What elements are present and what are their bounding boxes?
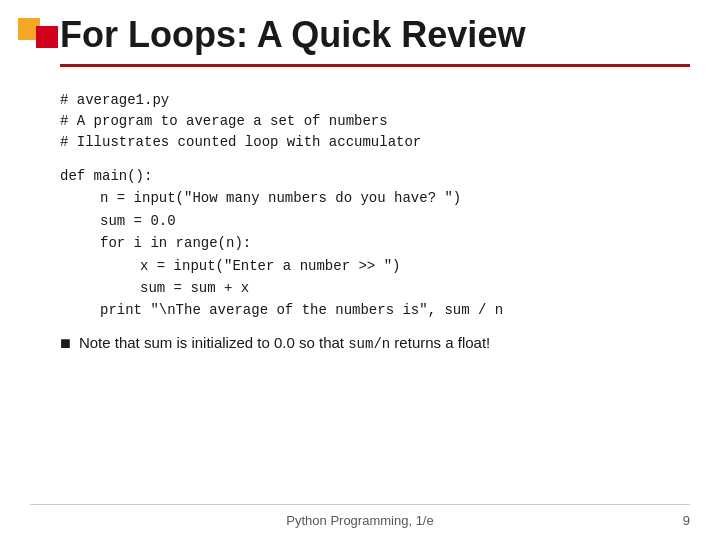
slide-decoration	[18, 18, 58, 48]
comment-line-2: # A program to average a set of numbers	[60, 111, 690, 132]
page-number: 9	[683, 513, 690, 528]
comment-line-3: # Illustrates counted loop with accumula…	[60, 132, 690, 153]
red-square	[36, 26, 58, 48]
comment-line-1: # average1.py	[60, 90, 690, 111]
code-line-sum-init: sum = 0.0	[60, 210, 690, 232]
code-comments: # average1.py # A program to average a s…	[60, 90, 690, 153]
note-inline-code: sum/n	[348, 336, 390, 352]
slide-title: For Loops: A Quick Review	[60, 14, 525, 55]
code-line-def: def main():	[60, 165, 690, 187]
footer-label: Python Programming, 1/e	[0, 513, 720, 528]
code-line-print: print "\nThe average of the numbers is",…	[60, 299, 690, 321]
note-line: ■ Note that sum is initialized to 0.0 so…	[60, 332, 690, 355]
code-line-x: x = input("Enter a number >> ")	[60, 255, 690, 277]
footer: Python Programming, 1/e 9	[0, 513, 720, 528]
code-line-sum-add: sum = sum + x	[60, 277, 690, 299]
footer-divider	[30, 504, 690, 505]
code-line-for: for i in range(n):	[60, 232, 690, 254]
note-text: Note that sum is initialized to 0.0 so t…	[79, 332, 490, 355]
slide: For Loops: A Quick Review # average1.py …	[0, 0, 720, 540]
note-bullet: ■	[60, 333, 71, 354]
code-line-n: n = input("How many numbers do you have?…	[60, 187, 690, 209]
content-area: # average1.py # A program to average a s…	[60, 90, 690, 490]
title-area: For Loops: A Quick Review	[60, 14, 690, 67]
code-main-block: def main(): n = input("How many numbers …	[60, 165, 690, 322]
